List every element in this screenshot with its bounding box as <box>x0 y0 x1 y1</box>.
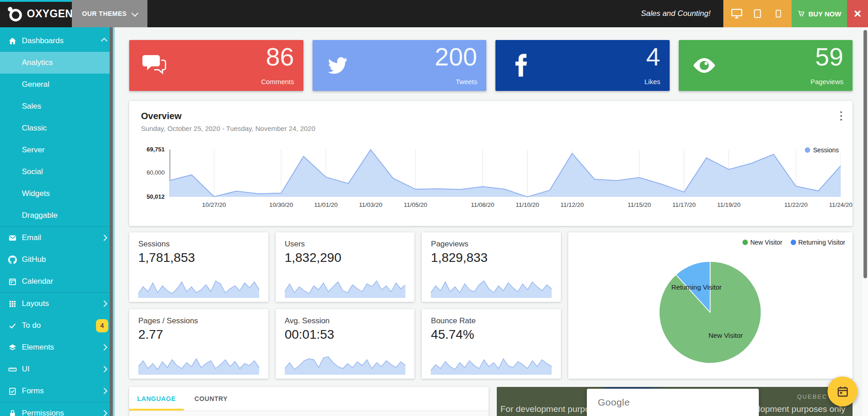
chevron-down-icon <box>131 10 138 17</box>
kpi-value: 1,829,833 <box>431 251 552 265</box>
sidebar-item-sales[interactable]: Sales <box>0 95 115 117</box>
sidebar-item-label: Forms <box>22 386 44 396</box>
kpi-card-pageviews: Pageviews1,829,833 <box>422 232 561 302</box>
stat-card-tweets: 200Tweets <box>313 40 487 91</box>
our-themes-button[interactable]: OUR THEMES <box>72 0 147 27</box>
visitors-card: New VisitorReturning Visitor Returning V… <box>568 232 853 379</box>
sidebar-item-analytics[interactable]: Analytics <box>0 52 115 74</box>
area-chart-plot <box>169 148 841 199</box>
chevron-right-icon <box>101 344 107 351</box>
page-scrollbar-track <box>863 27 868 416</box>
tab-country[interactable]: COUNTRY <box>184 387 238 411</box>
x-axis: 10/27/2010/30/2011/01/2011/03/2011/05/20… <box>169 200 841 212</box>
sidebar-item-label: Analytics <box>22 58 53 67</box>
kpi-sparkline <box>138 353 259 375</box>
sidebar-item-forms[interactable]: Forms <box>0 380 115 402</box>
new-visitor-legend-dot <box>742 240 748 245</box>
x-axis-tick-label: 11/10/20 <box>515 201 539 208</box>
sidebar-item-layouts[interactable]: Layouts <box>0 293 115 315</box>
tablet-preview-button[interactable] <box>750 0 765 27</box>
chevron-right-icon <box>101 388 107 394</box>
x-axis-tick-label: 11/22/20 <box>784 201 808 208</box>
pie-label-new-visitor: New Visitor <box>708 331 743 339</box>
sidebar-item-label: GitHub <box>22 255 46 264</box>
kpi-value: 1,781,853 <box>138 251 259 265</box>
email-icon <box>8 233 17 242</box>
sidebar-item-elements[interactable]: Elements <box>0 336 115 358</box>
kpi-label: Bounce Rate <box>431 316 552 326</box>
stat-card-likes: 4Likes <box>495 40 670 91</box>
tab-body <box>129 411 489 416</box>
chevron-right-icon <box>101 366 107 372</box>
overview-date-range: Sunday, October 25, 2020 - Tuesday, Nove… <box>141 125 841 132</box>
sidebar-item-ui[interactable]: UI <box>0 358 115 380</box>
sidebar-item-classic[interactable]: Classic <box>0 117 115 139</box>
sidebar-item-github[interactable]: GitHub <box>0 249 115 271</box>
tab-language[interactable]: LANGUAGE <box>129 387 184 411</box>
oxygenna-logo-icon <box>6 5 23 22</box>
overview-card: Overview Sunday, October 25, 2020 - Tues… <box>129 101 853 226</box>
sidebar-item-permissions[interactable]: Permissions <box>0 402 115 416</box>
comments-icon <box>142 54 167 77</box>
sidebar-item-dashboards[interactable]: Dashboards <box>0 30 115 52</box>
sidebar-item-label: Calendar <box>22 277 53 286</box>
geo-map[interactable]: For development purposes only For develo… <box>497 387 853 416</box>
kpi-grid: Sessions1,781,853Users1,832,290Pageviews… <box>129 232 853 379</box>
sidebar-item-social[interactable]: Social <box>0 161 115 183</box>
kpi-sparkline <box>431 353 552 375</box>
y-axis-tick-label: 69,751 <box>146 146 165 153</box>
close-banner-button[interactable] <box>847 0 868 27</box>
sidebar-item-label: General <box>22 80 49 89</box>
google-logo[interactable]: Google <box>598 397 748 408</box>
kpi-card-avg-session: Avg. Session00:01:53 <box>276 309 415 379</box>
sidebar-item-label: Draggable <box>22 211 57 220</box>
calendar-icon <box>8 277 17 286</box>
sidebar-item-widgets[interactable]: Widgets <box>0 183 115 205</box>
chevron-right-icon <box>101 301 107 307</box>
chevron-right-icon <box>101 410 107 416</box>
sidebar-item-email[interactable]: Email <box>0 227 115 249</box>
tagline: Sales and Counting! <box>641 9 711 18</box>
kebab-menu-icon[interactable] <box>838 109 844 125</box>
x-axis-tick-label: 11/15/20 <box>627 201 651 208</box>
page-scrollbar-thumb[interactable] <box>863 30 867 278</box>
x-axis-tick-label: 11/01/20 <box>314 201 338 208</box>
kpi-card-pages-sessions: Pages / Sessions2.77 <box>129 309 268 379</box>
kpi-sparkline <box>285 276 406 298</box>
sidebar-item-server[interactable]: Server <box>0 139 115 161</box>
facebook-icon <box>508 51 534 80</box>
sidebar-item-general[interactable]: General <box>0 74 115 95</box>
github-icon <box>8 255 17 264</box>
x-axis-tick-label: 11/24/20 <box>829 201 853 208</box>
stat-value: 4 <box>646 41 660 73</box>
overview-title: Overview <box>141 111 841 121</box>
sidebar-item-calendar[interactable]: Calendar <box>0 271 115 292</box>
returning-visitor-legend-dot <box>791 240 796 245</box>
kpi-card-sessions: Sessions1,781,853 <box>129 232 268 302</box>
buy-now-button[interactable]: BUY NOW <box>792 0 847 27</box>
calendar-fab-icon <box>837 386 849 398</box>
x-axis-tick-label: 10/27/20 <box>202 201 226 208</box>
mobile-preview-button[interactable] <box>771 0 786 27</box>
social-stat-cards: 86Comments200Tweets4Likes59Pageviews <box>129 40 853 91</box>
kpi-card-users: Users1,832,290 <box>276 232 415 302</box>
main-content: 86Comments200Tweets4Likes59Pageviews Ove… <box>115 27 863 416</box>
chevron-right-icon <box>101 235 107 241</box>
close-icon <box>854 10 861 17</box>
bottom-row: LANGUAGECOUNTRY For development purposes… <box>129 387 853 416</box>
x-axis-tick-label: 10/30/20 <box>269 201 293 208</box>
kpi-value: 2.77 <box>138 327 259 342</box>
desktop-preview-button[interactable] <box>729 0 744 27</box>
sidebar-scrollbar-thumb[interactable] <box>110 27 113 416</box>
x-axis-tick-label: 11/05/20 <box>404 201 427 208</box>
sidebar-item-to-do[interactable]: To do4 <box>0 315 115 336</box>
page: OXYGENNA OUR THEMES Sales and Counting! <box>0 0 868 416</box>
calendar-fab-button[interactable] <box>828 376 858 406</box>
eye-icon <box>691 57 717 74</box>
stat-card-pageviews: 59Pageviews <box>679 40 853 91</box>
stat-label: Tweets <box>455 78 477 85</box>
sidebar-item-draggable[interactable]: Draggable <box>0 205 115 226</box>
visitors-pie-chart: Returning VisitorNew Visitor <box>568 249 853 379</box>
layers-icon <box>8 343 17 352</box>
chevron-up-icon <box>101 38 107 44</box>
